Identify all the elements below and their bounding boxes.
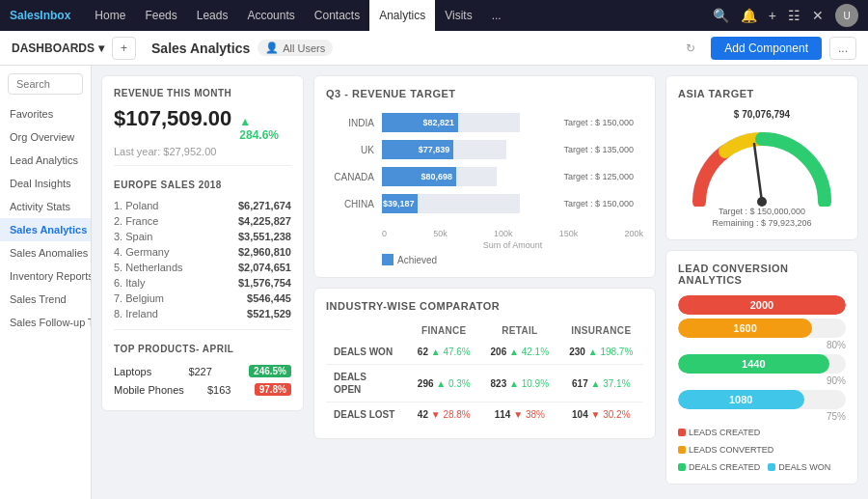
main-layout: Favorites Org Overview Lead Analytics De…: [0, 66, 868, 499]
lead-bar-pct: 75%: [678, 411, 846, 422]
bar-row: UK $77,839 Target : $ 135,000: [326, 140, 643, 159]
lead-bar-pct: 90%: [678, 375, 846, 386]
user-avatar[interactable]: U: [835, 4, 858, 27]
svg-point-1: [757, 197, 767, 207]
bar-container: $77,839 Target : $ 135,000: [382, 140, 566, 159]
asia-title: ASIA TARGET: [678, 88, 846, 99]
revenue-title: REVENUE THIS MONTH: [114, 88, 291, 98]
chart-x-label: Sum of Amount: [326, 240, 643, 250]
revenue-last-year: Last year: $27,952.00: [114, 146, 291, 157]
add-component-button[interactable]: Add Component: [711, 37, 822, 60]
bar-label: CANADA: [326, 172, 374, 182]
asia-top-value: $ 70,076,794: [678, 109, 846, 120]
list-item: 8. Ireland$521,529: [114, 306, 291, 321]
q3-bar-chart: INDIA $82,821 Target : $ 150,000 UK $77,…: [326, 109, 643, 225]
sidebar-item-inventory-reports[interactable]: Inventory Reports: [0, 264, 91, 288]
bar-label: CHINA: [326, 199, 374, 209]
nav-contacts[interactable]: Contacts: [305, 0, 369, 31]
achieved-legend-label: Achieved: [397, 255, 437, 265]
chevron-down-icon: ▾: [98, 42, 104, 55]
chart-legend: Achieved: [326, 254, 643, 265]
table-row: DEALS WON62 ▲ 47.6%206 ▲ 42.1%230 ▲ 198.…: [326, 340, 643, 365]
bell-icon[interactable]: 🔔: [741, 8, 757, 23]
middle-column: Q3 - REVENUE TARGET INDIA $82,821 Target…: [313, 75, 656, 489]
top-products-title: TOP PRODUCTS- APRIL: [114, 344, 291, 354]
svg-line-0: [754, 144, 762, 202]
search-input[interactable]: [8, 73, 83, 95]
nav-accounts[interactable]: Accounts: [237, 0, 304, 31]
left-column: REVENUE THIS MONTH $107,509.00 ▲ 284.6% …: [101, 75, 304, 489]
sidebar-item-deal-insights[interactable]: Deal Insights: [0, 172, 91, 195]
bar-container: $39,187 Target : $ 150,000: [382, 194, 566, 213]
sidebar-item-favorites[interactable]: Favorites: [0, 102, 91, 125]
table-cell: 104 ▼ 30.2%: [559, 402, 643, 428]
add-dashboard-button[interactable]: +: [112, 37, 136, 60]
users-icon: 👤: [265, 42, 279, 54]
table-cell: 42 ▼ 28.8%: [408, 402, 481, 428]
refresh-icon[interactable]: ↻: [686, 42, 695, 55]
sidebar-item-sales-anomalies[interactable]: Sales Anomalies: [0, 241, 91, 264]
table-header: FINANCE: [408, 321, 481, 340]
users-badge: 👤 All Users: [258, 40, 333, 56]
lead-bar-pct: 80%: [678, 340, 846, 350]
bar-row: INDIA $82,821 Target : $ 150,000: [326, 113, 643, 132]
nav-feeds[interactable]: Feeds: [135, 0, 186, 31]
table-cell: 230 ▲ 198.7%: [559, 340, 643, 365]
bar-container: $82,821 Target : $ 150,000: [382, 113, 566, 132]
list-item: 1. Poland$6,271,674: [114, 198, 291, 213]
table-row: DEALS LOST42 ▼ 28.8%114 ▼ 38%104 ▼ 30.2%: [326, 402, 643, 428]
legend-item: DEALS WON: [768, 462, 830, 472]
table-cell: 617 ▲ 37.1%: [559, 365, 643, 402]
table-row: DEALS OPEN296 ▲ 0.3%823 ▲ 10.9%617 ▲ 37.…: [326, 365, 643, 402]
more-options-button[interactable]: ...: [829, 37, 856, 60]
chart-axis: 050k100k150k200k: [326, 229, 643, 238]
sidebar-item-activity-stats[interactable]: Activity Stats: [0, 195, 91, 218]
sidebar-item-org-overview[interactable]: Org Overview: [0, 125, 91, 149]
lead-bar-row: 144090%: [678, 354, 846, 386]
bar-label: INDIA: [326, 118, 374, 128]
main-content: REVENUE THIS MONTH $107,509.00 ▲ 284.6% …: [92, 66, 868, 499]
list-item: 2. France$4,225,827: [114, 213, 291, 229]
table-cell: 823 ▲ 10.9%: [480, 365, 558, 402]
nav-home[interactable]: Home: [85, 0, 135, 31]
table-cell: 206 ▲ 42.1%: [480, 340, 558, 365]
revenue-change: ▲ 284.6%: [239, 115, 291, 142]
list-item: 6. Italy$1,576,754: [114, 275, 291, 291]
sidebar-item-lead-analytics[interactable]: Lead Analytics: [0, 149, 91, 172]
table-header: RETAIL: [480, 321, 558, 340]
list-item: 3. Spain$3,551,238: [114, 229, 291, 244]
table-header: INSURANCE: [559, 321, 643, 340]
sub-nav: DASHBOARDS ▾ + Sales Analytics 👤 All Use…: [0, 31, 868, 66]
list-item: 4. Germany$2,960,810: [114, 244, 291, 260]
brand-logo: SalesInbox: [10, 9, 70, 22]
grid-icon[interactable]: ☷: [788, 8, 800, 23]
lead-bars-container: 2000160080%144090%108075%: [678, 295, 846, 422]
nav-analytics[interactable]: Analytics: [369, 0, 435, 31]
search-icon[interactable]: 🔍: [713, 8, 729, 23]
industry-table: FINANCERETAILINSURANCEDEALS WON62 ▲ 47.6…: [326, 321, 643, 427]
top-nav: SalesInbox Home Feeds Leads Accounts Con…: [0, 0, 868, 31]
bar-row: CHINA $39,187 Target : $ 150,000: [326, 194, 643, 213]
asia-remaining: Remaining : $ 79,923,206: [678, 218, 846, 228]
list-item: 7. Belgium$546,445: [114, 291, 291, 306]
revenue-amount: $107,509.00: [114, 106, 231, 131]
bar-label: UK: [326, 145, 374, 155]
bar-container: $80,698 Target : $ 125,000: [382, 167, 566, 186]
dashboards-button[interactable]: DASHBOARDS ▾: [12, 42, 104, 55]
achieved-legend-box: [382, 254, 393, 265]
lead-bar-row: 2000: [678, 295, 846, 315]
sidebar-item-sales-analytics[interactable]: Sales Analytics: [0, 218, 91, 241]
sidebar-item-sales-trend[interactable]: Sales Trend: [0, 288, 91, 311]
nav-more[interactable]: ...: [482, 0, 511, 31]
lead-legend: LEADS CREATEDLEADS CONVERTEDDEALS CREATE…: [678, 428, 846, 472]
nav-leads[interactable]: Leads: [187, 0, 238, 31]
plus-icon[interactable]: +: [769, 8, 776, 23]
sidebar-item-sales-followup[interactable]: Sales Follow-up T: [0, 311, 91, 334]
close-icon[interactable]: ✕: [812, 8, 824, 23]
table-cell: 114 ▼ 38%: [480, 402, 558, 428]
page-title: Sales Analytics: [151, 41, 250, 56]
europe-sales-title: EUROPE SALES 2018: [114, 180, 291, 190]
nav-visits[interactable]: Visits: [435, 0, 481, 31]
gauge-container: $ 0: [678, 120, 846, 207]
svg-text:$ 0: $ 0: [694, 206, 704, 207]
